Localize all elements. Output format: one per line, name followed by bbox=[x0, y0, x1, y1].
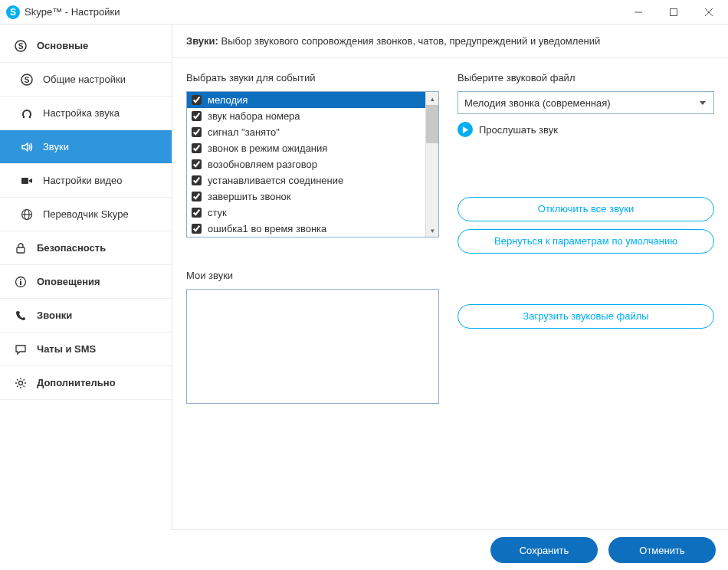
play-icon bbox=[457, 122, 473, 137]
chat-icon bbox=[12, 343, 29, 355]
svg-point-14 bbox=[20, 279, 21, 280]
event-row[interactable]: мелодия bbox=[187, 92, 425, 108]
svg-rect-1 bbox=[671, 8, 677, 15]
header-bold: Звуки: bbox=[186, 35, 218, 47]
main-body: Выбрать звуки для событий мелодия звук н… bbox=[172, 58, 728, 529]
save-button[interactable]: Сохранить bbox=[490, 537, 598, 563]
lock-icon bbox=[12, 242, 29, 254]
speaker-icon bbox=[18, 141, 35, 153]
event-label: звук набора номера bbox=[208, 110, 300, 122]
gear-icon bbox=[12, 377, 29, 389]
svg-rect-12 bbox=[17, 247, 25, 253]
event-row[interactable]: звонок в режим ожидания bbox=[187, 140, 425, 156]
event-checkbox[interactable] bbox=[192, 95, 202, 105]
sidebar-label: Чаты и SMS bbox=[37, 343, 96, 355]
event-list: мелодия звук набора номера сигнал "занят… bbox=[186, 91, 439, 238]
disable-all-sounds-button[interactable]: Отключить все звуки bbox=[457, 197, 714, 221]
skype-logo-icon: S bbox=[6, 5, 20, 19]
sidebar-item-sounds[interactable]: Звуки bbox=[0, 130, 172, 164]
sidebar-item-audio-settings[interactable]: Настройка звука bbox=[0, 97, 172, 130]
sidebar-item-chats-sms[interactable]: Чаты и SMS bbox=[0, 332, 172, 366]
headset-icon bbox=[18, 107, 35, 120]
event-checkbox[interactable] bbox=[192, 224, 202, 234]
event-row[interactable]: возобновляем разговор bbox=[187, 156, 425, 172]
event-row[interactable]: сигнал "занято" bbox=[187, 124, 425, 140]
event-label: мелодия bbox=[208, 94, 248, 106]
skype-icon: S bbox=[12, 40, 29, 52]
event-checkbox[interactable] bbox=[192, 159, 202, 169]
sidebar-item-general-settings[interactable]: S Общие настройки bbox=[0, 63, 172, 97]
event-checkbox[interactable] bbox=[192, 143, 202, 153]
sidebar-item-translator[interactable]: Переводчик Skype bbox=[0, 198, 172, 231]
event-label: стук bbox=[208, 207, 227, 218]
sidebar-label: Оповещения bbox=[37, 276, 100, 287]
sidebar-label: Настройка звука bbox=[43, 107, 120, 119]
video-icon bbox=[18, 175, 35, 187]
sidebar-item-video-settings[interactable]: Настройки видео bbox=[0, 164, 172, 198]
sidebar-item-calls[interactable]: Звонки bbox=[0, 299, 172, 332]
close-button[interactable] bbox=[691, 1, 726, 24]
main-header: Звуки: Выбор звукового сопровождения зво… bbox=[172, 25, 728, 58]
scroll-thumb[interactable] bbox=[426, 105, 438, 143]
maximize-button[interactable] bbox=[656, 1, 691, 24]
sidebar: S Основные S Общие настройки Настройка з… bbox=[0, 25, 172, 530]
selected-sound: Мелодия звонка (современная) bbox=[464, 97, 611, 109]
event-row[interactable]: устанавливается соединение bbox=[187, 172, 425, 188]
event-label: возобновляем разговор bbox=[208, 159, 317, 170]
scroll-up-icon[interactable]: ▴ bbox=[426, 92, 438, 105]
event-checkbox[interactable] bbox=[192, 192, 202, 201]
sidebar-label: Безопасность bbox=[37, 242, 106, 254]
event-list-inner: мелодия звук набора номера сигнал "занят… bbox=[187, 92, 425, 237]
header-text: Выбор звукового сопровождения звонков, ч… bbox=[218, 35, 600, 47]
main-container: S Основные S Общие настройки Настройка з… bbox=[0, 25, 728, 530]
scroll-track[interactable] bbox=[426, 105, 438, 224]
event-label: сигнал "занято" bbox=[208, 126, 280, 138]
titlebar: S Skype™ - Настройки bbox=[0, 0, 728, 25]
event-checkbox[interactable] bbox=[192, 127, 202, 137]
event-label: завершить звонок bbox=[208, 191, 291, 202]
sidebar-label: Основные bbox=[37, 40, 88, 51]
scrollbar[interactable]: ▴ ▾ bbox=[425, 92, 438, 237]
left-column: Выбрать звуки для событий мелодия звук н… bbox=[186, 72, 439, 516]
event-row[interactable]: завершить звонок bbox=[187, 188, 425, 205]
phone-icon bbox=[12, 310, 29, 322]
soundfile-label: Выберите звуковой файл bbox=[457, 72, 714, 84]
footer: Сохранить Отменить bbox=[0, 530, 728, 570]
minimize-button[interactable] bbox=[621, 1, 656, 24]
my-sounds-label: Мои звуки bbox=[186, 270, 439, 281]
event-label: устанавливается соединение bbox=[208, 175, 343, 186]
svg-point-16 bbox=[19, 381, 23, 385]
sidebar-item-advanced[interactable]: Дополнительно bbox=[0, 366, 172, 400]
my-sounds-list[interactable] bbox=[186, 289, 439, 404]
sidebar-label: Дополнительно bbox=[37, 377, 116, 388]
svg-rect-8 bbox=[21, 178, 28, 184]
play-label: Прослушать звук bbox=[479, 124, 558, 136]
sidebar-item-security[interactable]: Безопасность bbox=[0, 231, 172, 265]
pill-group: Отключить все звуки Вернуться к параметр… bbox=[457, 197, 714, 254]
scroll-down-icon[interactable]: ▾ bbox=[426, 224, 438, 237]
event-checkbox[interactable] bbox=[192, 111, 202, 121]
event-label: звонок в режим ожидания bbox=[208, 142, 327, 154]
right-column: Выберите звуковой файл Мелодия звонка (с… bbox=[457, 72, 714, 516]
event-checkbox[interactable] bbox=[192, 208, 202, 218]
window-title: Skype™ - Настройки bbox=[25, 6, 120, 18]
sidebar-item-general[interactable]: S Основные bbox=[0, 29, 172, 63]
event-label: ошибка1 во время звонка bbox=[208, 223, 326, 234]
event-row[interactable]: стук bbox=[187, 205, 425, 221]
main-panel: Звуки: Выбор звукового сопровождения зво… bbox=[172, 25, 728, 530]
sidebar-label: Звонки bbox=[37, 310, 72, 321]
cancel-button[interactable]: Отменить bbox=[608, 537, 716, 563]
sidebar-label: Звуки bbox=[43, 141, 69, 152]
reset-defaults-button[interactable]: Вернуться к параметрам по умолчанию bbox=[457, 229, 714, 254]
svg-text:S: S bbox=[18, 42, 24, 51]
event-row[interactable]: звук набора номера bbox=[187, 108, 425, 124]
sidebar-label: Переводчик Skype bbox=[43, 208, 129, 220]
upload-sound-files-button[interactable]: Загрузить звуковые файлы bbox=[457, 304, 714, 329]
info-icon bbox=[12, 276, 29, 288]
sidebar-item-notifications[interactable]: Оповещения bbox=[0, 265, 172, 299]
sidebar-label: Настройки видео bbox=[43, 175, 123, 186]
event-row[interactable]: ошибка1 во время звонка bbox=[187, 221, 425, 237]
sound-file-select[interactable]: Мелодия звонка (современная) bbox=[457, 91, 714, 114]
play-sound-button[interactable]: Прослушать звук bbox=[457, 122, 714, 137]
event-checkbox[interactable] bbox=[192, 175, 202, 185]
